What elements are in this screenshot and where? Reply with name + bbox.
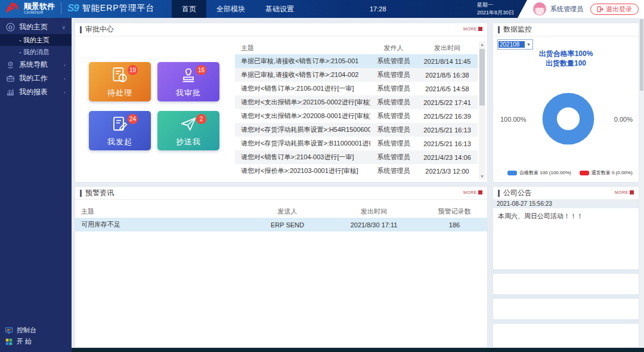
title-marker — [80, 26, 82, 33]
logout-button[interactable]: 退出登录 — [590, 4, 639, 15]
alerts-panel: 预警资讯 MORE 主题 发送人 发出时间 预警记录数 可用库存不足 ERP S… — [75, 186, 488, 348]
chevron-right-icon: › — [64, 89, 66, 95]
badge-count: 2 — [196, 114, 206, 124]
donut-ring — [550, 100, 587, 137]
legend-item-return: 退货数量 0 (0.00%) — [580, 169, 633, 176]
approval-center-panel: 审批中心 MORE 待处理 19 我审批 16 我发起 24 抄送我 2 — [75, 23, 488, 183]
tab-base-settings[interactable]: 基础设置 — [255, 0, 304, 18]
username-label: 系统管理员 — [550, 5, 583, 14]
badge-count: 24 — [128, 114, 138, 124]
approval-table: 主题 发件人 发出时间 单据已审核,请接收<销售订单>:2105-001 系统管… — [235, 41, 478, 178]
more-icon — [630, 190, 634, 194]
title-marker — [498, 26, 500, 33]
table-row[interactable]: 请您对<销售订单>:2106-001进行[一审] 系统管理员 2021/6/5 … — [235, 82, 478, 95]
scroll-down-icon[interactable]: ▼ — [479, 173, 485, 180]
sidebar-item-label: 系统导航 — [19, 60, 48, 70]
s9-logo: S9 — [67, 2, 79, 14]
sidebar-subitem-my-messages[interactable]: - 我的消息 — [0, 46, 72, 58]
table-row[interactable]: 请您对<支出报销单>:202105-0002进行[审核] 系统管理员 2021/… — [235, 95, 478, 109]
doc-edit-icon — [110, 115, 129, 133]
data-monitor-title: 数据监控 — [503, 24, 532, 35]
announcement-empty-row — [493, 319, 639, 324]
tile-initiated-by-me[interactable]: 我发起 24 — [89, 111, 151, 150]
approval-table-header: 主题 发件人 发出时间 — [235, 41, 478, 54]
approval-center-title: 审批中心 — [85, 24, 114, 35]
tile-my-approvals[interactable]: 我审批 16 — [157, 62, 219, 101]
announcements-title: 公司公告 — [503, 188, 532, 198]
sidebar-item-label: 我的报表 — [19, 87, 48, 97]
tile-pending[interactable]: 待处理 19 — [89, 62, 151, 101]
table-row[interactable]: 请您对<报价单>:202103-0001进行[审核] 系统管理员 2021/3/… — [235, 164, 478, 178]
announcement-item[interactable]: 2021-08-27 15:56:23 本周六、周日公司活动！！！ — [493, 200, 639, 249]
sidebar-item-system-nav[interactable]: 系统导航 › — [0, 58, 72, 72]
sidebar-item-start[interactable]: 开 始 — [0, 336, 72, 347]
logo-en-text: Centersoft — [24, 10, 55, 15]
tile-label: 我发起 — [89, 137, 151, 147]
sidebar-item-my-work[interactable]: 我的工作 › — [0, 72, 72, 85]
tab-home[interactable]: 首页 — [172, 0, 206, 18]
data-monitor-panel: 数据监控 202108 ▼ 出货合格率100% 出货数量100 100.00% … — [493, 23, 639, 183]
legend-swatch-red — [580, 171, 589, 175]
announcement-empty-row — [493, 294, 639, 299]
donut-right-label: 0.00% — [614, 116, 633, 123]
console-label: 控制台 — [17, 326, 36, 335]
announcement-date: 2021-08-27 15:56:23 — [493, 200, 639, 208]
chevron-right-icon: › — [64, 76, 66, 82]
date-label: 2021年8月30日 — [477, 9, 514, 17]
start-grid-icon — [5, 338, 13, 346]
table-row[interactable]: 单据已审核,请接收<销售订单>:2105-001 系统管理员 2021/8/14… — [235, 54, 478, 68]
table-row[interactable]: 请您对<销售订单>:2104-003进行[一审] 系统管理员 2021/4/23… — [235, 150, 478, 164]
user-avatar[interactable] — [533, 2, 546, 16]
period-select[interactable]: 202108 ▼ — [497, 39, 533, 50]
period-select-value: 202108 — [499, 41, 525, 48]
table-row[interactable]: 请您对<支出报销单>:202008-0001进行[审核] 系统管理员 2021/… — [235, 109, 478, 123]
announcements-more-button[interactable]: MORE — [615, 190, 634, 194]
tile-label: 我审批 — [157, 88, 219, 98]
product-title: 智能ERP管理平台 — [82, 3, 155, 14]
approval-table-scrollbar[interactable]: ▲ ▼ — [479, 41, 485, 180]
table-row[interactable]: 可用库存不足 ERP SEND 2021/8/30 17:11 186 — [75, 218, 487, 231]
tile-cc-to-me[interactable]: 抄送我 2 — [157, 111, 219, 150]
more-icon — [478, 27, 482, 31]
chart-legend: 合格数量 100 (100.00%) 退货数量 0 (0.00%) — [507, 169, 633, 176]
sidebar-item-label: 我的主页 — [19, 22, 48, 32]
title-marker — [80, 190, 82, 197]
badge-count: 19 — [128, 65, 138, 75]
alerts-more-button[interactable]: MORE — [463, 190, 482, 194]
chevron-right-icon: › — [64, 62, 66, 68]
table-row[interactable]: 单据已审核,请接收<销售订单>:2104-002 系统管理员 2021/8/5 … — [235, 68, 478, 82]
alerts-title: 预警资讯 — [85, 188, 114, 198]
alerts-table: 主题 发送人 发出时间 预警记录数 可用库存不足 ERP SEND 2021/8… — [75, 205, 487, 231]
scrollbar-thumb[interactable] — [640, 19, 643, 91]
window-scrollbar[interactable] — [639, 18, 644, 348]
main-nav-tabs: 首页 全部模块 基础设置 — [172, 0, 304, 18]
alerts-table-header: 主题 发送人 发出时间 预警记录数 — [75, 205, 487, 218]
top-navbar: 顺景软件 Centersoft S9 智能ERP管理平台 首页 全部模块 基础设… — [0, 0, 644, 18]
clock-time: 17:28 — [370, 0, 386, 18]
donut-chart — [537, 88, 599, 150]
table-row[interactable]: 请您对<存货浮动耗损率设置>:H54R15006002进行[审核] 系统管理员 … — [235, 123, 478, 137]
sidebar-item-console[interactable]: 控制台 — [0, 325, 72, 336]
shipment-qty-text: 出货数量100 — [493, 58, 639, 69]
scrollbar-thumb[interactable] — [479, 49, 485, 106]
chevron-down-icon: ▼ — [525, 42, 532, 47]
weekday-label: 星期一 — [477, 1, 514, 9]
logo-divider — [61, 2, 61, 14]
doc-clock-icon — [110, 66, 129, 84]
legend-swatch-blue — [507, 171, 517, 175]
console-monitor-icon — [5, 326, 13, 335]
logout-label: 退出登录 — [606, 5, 632, 14]
centersoft-logo-icon — [5, 1, 20, 16]
home-icon — [6, 23, 15, 32]
sidebar-item-my-reports[interactable]: 我的报表 › — [0, 85, 72, 99]
scroll-up-icon[interactable]: ▲ — [479, 41, 485, 48]
approval-more-button[interactable]: MORE — [463, 27, 482, 31]
logo-cn-text: 顺景软件 — [24, 2, 55, 10]
table-row[interactable]: 请您对<存货浮动耗损率设置>:B11000001进行[审核] 系统管理员 202… — [235, 137, 478, 150]
sidebar-subitem-my-home[interactable]: - 我的主页 — [0, 34, 72, 46]
sidebar-item-my-home-group[interactable]: 我的主页 ∨ — [0, 20, 72, 34]
badge-count: 16 — [196, 65, 206, 75]
map-pin-icon — [6, 60, 15, 69]
tab-all-modules[interactable]: 全部模块 — [206, 0, 255, 18]
legend-item-pass: 合格数量 100 (100.00%) — [507, 169, 571, 176]
